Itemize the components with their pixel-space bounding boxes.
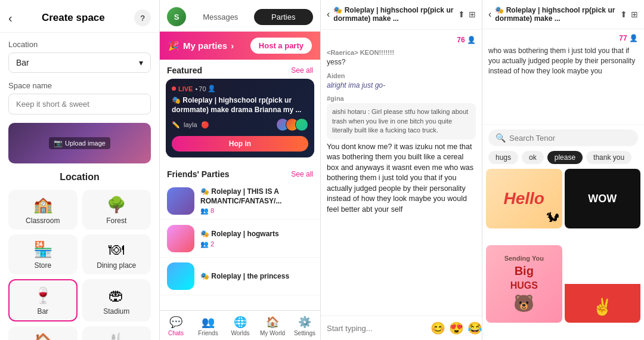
location-item-kitchen[interactable]: 🍴 Kitchen: [82, 326, 151, 340]
host-info: ✏️ layla 🔴: [172, 121, 209, 129]
msg-text-3: You dont know me? it was izuku not me th…: [327, 142, 476, 215]
tag-thank-you[interactable]: thank you: [586, 151, 631, 164]
help-icon[interactable]: ?: [134, 10, 151, 26]
dining-icon: 🍽: [109, 240, 124, 259]
user-avatar: S: [167, 7, 186, 26]
share-icon[interactable]: ⬆: [458, 10, 465, 19]
location-item-dining[interactable]: 🍽 Dining place: [82, 234, 151, 274]
location-item-home[interactable]: 🏠 Home: [8, 326, 78, 340]
chats-icon: 💬: [169, 316, 182, 329]
hello-animal-icon: 🐿: [546, 210, 559, 225]
live-text: LIVE: [178, 85, 193, 92]
user-label-3: #gina: [327, 95, 476, 102]
classroom-label: Classroom: [26, 217, 60, 225]
stadium-label: Stadium: [103, 307, 129, 316]
upload-image-box[interactable]: 📷 Upload image: [8, 123, 151, 163]
nav-chats[interactable]: 💬 Chats: [160, 316, 192, 336]
tenor-search-input[interactable]: [509, 134, 631, 143]
tab-parties[interactable]: Parties: [254, 9, 314, 25]
party-item-2[interactable]: 🎭 Roleplay | hogwarts 👥 2: [160, 220, 320, 258]
space-name-label: Space name: [8, 81, 151, 90]
party-info-1: 🎭 Roleplay | THIS IS A ROMANTIC/FANTASY/…: [200, 187, 313, 215]
search-icon: 🔍: [496, 133, 506, 143]
emoji-button-3[interactable]: 😂: [467, 321, 482, 335]
gif-hugs[interactable]: Sending You Big HUGS 🐻: [486, 245, 562, 323]
emoji-button-2[interactable]: 😍: [449, 321, 464, 335]
chat-back-button[interactable]: ‹: [327, 9, 330, 20]
location-item-bar[interactable]: 🍷 Bar: [8, 279, 78, 322]
grid-icon[interactable]: ⊞: [469, 10, 476, 19]
live-dot: [172, 86, 176, 91]
back-icon[interactable]: ‹: [8, 11, 13, 25]
location-section-title: Location: [8, 172, 151, 183]
host-party-button[interactable]: Host a party: [250, 38, 312, 54]
roleplay-chat-panel: ‹ 🎭 Roleplay | highschool rp(pick ur dor…: [321, 0, 482, 340]
party-item-3[interactable]: 🎭 Roleplay | the princess: [160, 258, 320, 295]
panel4-grid-icon[interactable]: ⊞: [631, 10, 638, 19]
panel4-back-button[interactable]: ‹: [488, 9, 491, 20]
location-item-store[interactable]: 🏪 Store: [8, 234, 78, 274]
tab-messages[interactable]: Messages: [191, 9, 250, 25]
location-item-stadium[interactable]: 🏟 Stadium: [82, 279, 151, 322]
nav-my-world[interactable]: 🏠 My World: [256, 316, 289, 336]
hop-in-button[interactable]: Hop in: [172, 136, 308, 152]
party-name-3: 🎭 Roleplay | the princess: [200, 272, 313, 282]
bear-icon: 🐻: [513, 293, 534, 313]
space-name-input[interactable]: [8, 94, 151, 115]
chat-input[interactable]: [327, 324, 427, 333]
tenor-tag-row: hugs ok please thank you: [482, 151, 644, 169]
hello-text: Hello: [504, 189, 544, 208]
gif-grid: Hello 🐿 wow Sending You Big HUGS 🐻 ✌: [482, 169, 644, 340]
classroom-icon: 🏫: [33, 196, 52, 214]
tag-ok[interactable]: ok: [522, 151, 544, 164]
my-world-label: My World: [260, 330, 285, 336]
location-dropdown[interactable]: Bar ▾: [8, 52, 151, 73]
panel4-user-count: 77 👤: [488, 34, 638, 42]
red-gif-text: ✌: [592, 297, 613, 317]
bar-label: Bar: [37, 307, 48, 316]
store-label: Store: [34, 261, 51, 270]
panel1-header: ‹ Create space ?: [0, 0, 159, 33]
featured-see-all[interactable]: See all: [291, 66, 313, 75]
wow-text: wow: [588, 193, 617, 205]
gif-red[interactable]: ✌: [565, 245, 641, 323]
location-label: Location: [8, 40, 151, 49]
featured-host-row: ✏️ layla 🔴: [172, 118, 308, 131]
camera-icon: 📷: [54, 139, 63, 147]
nav-worlds[interactable]: 🌐 Worlds: [224, 316, 256, 336]
worlds-label: Worlds: [231, 330, 250, 336]
store-icon: 🏪: [33, 240, 52, 259]
tag-hugs[interactable]: hugs: [488, 151, 518, 164]
stadium-icon: 🏟: [109, 286, 124, 305]
tenor-search-box[interactable]: 🔍: [488, 129, 638, 146]
party-avatar-1: [167, 187, 194, 215]
location-grid: 🏫 Classroom 🌳 Forest 🏪 Store 🍽 Dining pl…: [8, 190, 151, 340]
gif-hello[interactable]: Hello 🐿: [486, 169, 562, 228]
panel4-share-icon[interactable]: ⬆: [620, 10, 627, 19]
friends-title-label: Friends' Parties: [167, 169, 229, 179]
dining-label: Dining place: [97, 261, 136, 270]
worlds-icon: 🌐: [234, 316, 247, 329]
tag-please[interactable]: please: [547, 151, 583, 164]
emoji-button-1[interactable]: 😊: [431, 321, 445, 335]
location-item-forest[interactable]: 🌳 Forest: [82, 190, 151, 230]
msg-quote-3: aishi hotaru : Girl please stfu how talk…: [327, 103, 476, 139]
location-item-classroom[interactable]: 🏫 Classroom: [8, 190, 78, 230]
gif-wow[interactable]: wow: [565, 169, 641, 228]
live-badge: LIVE • 70 👤: [172, 85, 308, 92]
panel1-body: Location Bar ▾ Space name 📷 Upload image…: [0, 33, 159, 340]
kitchen-icon: 🍴: [107, 332, 126, 340]
nav-friends[interactable]: 👥 Friends: [192, 316, 224, 336]
featured-title-label: Featured: [167, 66, 202, 75]
my-parties-label: 🎉 My parties ›: [168, 41, 234, 51]
featured-card: LIVE • 70 👤 🎭 Roleplay | highschool rp(p…: [166, 79, 314, 157]
party-count-1: 👥 8: [200, 207, 313, 215]
featured-party-title: 🎭 Roleplay | highschool rp(pick ur dormm…: [172, 96, 308, 115]
chats-label: Chats: [168, 330, 184, 336]
panel4-title: 🎭 Roleplay | highschool rp(pick ur dormm…: [495, 6, 617, 23]
sending-you-text: Sending You: [504, 255, 544, 262]
friends-see-all[interactable]: See all: [291, 170, 313, 178]
nav-settings[interactable]: ⚙️ Settings: [289, 316, 321, 336]
party-item-1[interactable]: 🎭 Roleplay | THIS IS A ROMANTIC/FANTASY/…: [160, 183, 320, 220]
panel1-title: Create space: [13, 12, 134, 24]
